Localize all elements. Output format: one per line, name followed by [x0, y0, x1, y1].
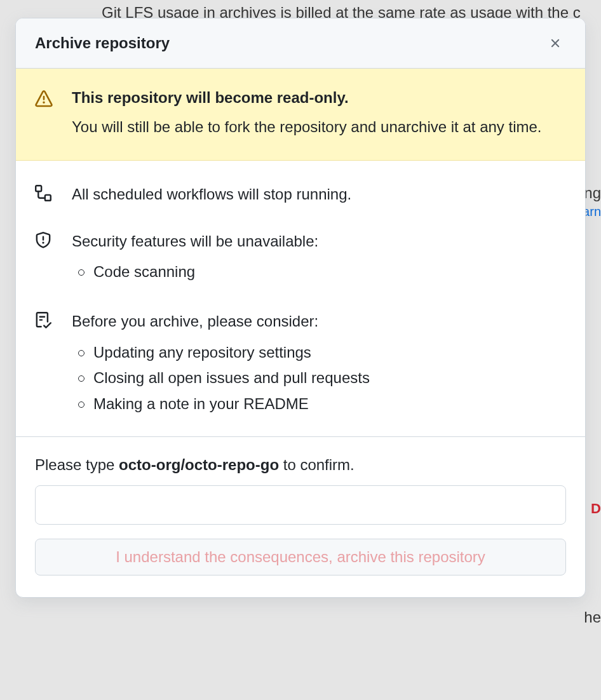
security-title: Security features will be unavailable: [72, 231, 566, 252]
close-button[interactable] [544, 32, 566, 54]
list-item: Closing all open issues and pull request… [72, 365, 566, 391]
workflows-info: All scheduled workflows will stop runnin… [35, 184, 566, 205]
alert-icon [35, 89, 53, 138]
warning-content: This repository will become read-only. Y… [72, 89, 566, 138]
background-text: he [584, 609, 601, 626]
dialog-header: Archive repository [16, 18, 585, 69]
close-icon [548, 36, 562, 50]
archive-repository-dialog: Archive repository This repository will … [15, 18, 586, 598]
archive-confirm-button[interactable]: I understand the consequences, archive t… [35, 539, 566, 575]
workflows-text: All scheduled workflows will stop runnin… [72, 184, 566, 205]
consider-title: Before you archive, please consider: [72, 311, 566, 332]
checklist-icon [35, 311, 53, 417]
confirm-label: Please type octo-org/octo-repo-go to con… [35, 456, 566, 474]
warning-title: This repository will become read-only. [72, 89, 566, 107]
list-item: Making a note in your README [72, 391, 566, 417]
confirm-section: Please type octo-org/octo-repo-go to con… [16, 437, 585, 597]
background-text: D [591, 501, 601, 517]
consider-info: Before you archive, please consider: Upd… [35, 311, 566, 417]
shield-icon [35, 231, 53, 285]
warning-description: You will still be able to fork the repos… [72, 116, 566, 138]
consider-list: Updating any repository settings Closing… [72, 340, 566, 417]
security-list: Code scanning [72, 259, 566, 285]
background-text: ng [584, 184, 601, 202]
confirm-input[interactable] [35, 485, 566, 525]
list-item: Updating any repository settings [72, 340, 566, 366]
security-info: Security features will be unavailable: C… [35, 231, 566, 285]
warning-banner: This repository will become read-only. Y… [16, 69, 585, 161]
confirm-repo-name: octo-org/octo-repo-go [119, 456, 279, 473]
dialog-title: Archive repository [35, 34, 170, 52]
list-item: Code scanning [72, 259, 566, 285]
dialog-body: All scheduled workflows will stop runnin… [16, 161, 585, 437]
workflow-icon [35, 184, 53, 205]
